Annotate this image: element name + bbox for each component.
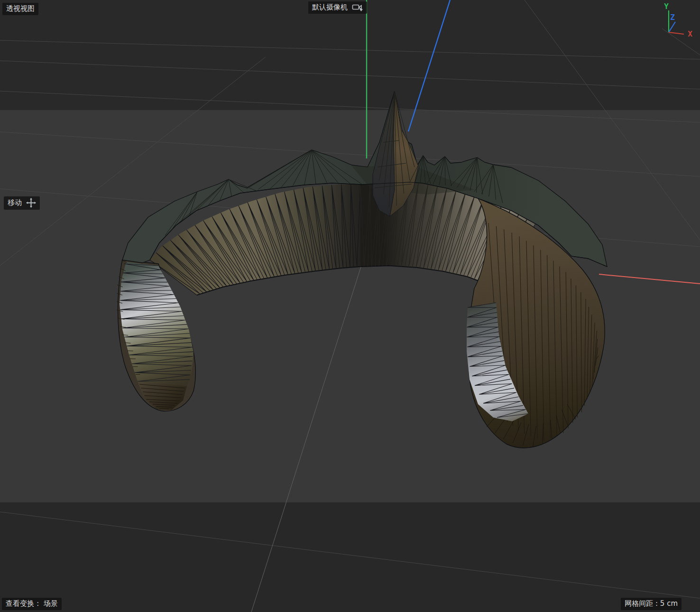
axis-gizmo[interactable]: Y Z X xyxy=(662,1,698,41)
viewport-3d[interactable]: 透视视图 默认摄像机 移动 xyxy=(0,0,700,612)
camera-label: 默认摄像机 xyxy=(312,3,348,12)
status-view-transform-label: 查看变换： 场景 xyxy=(6,599,58,608)
view-label-badge[interactable]: 透视视图 xyxy=(2,3,38,15)
status-grid-spacing-label: 网格间距 : 5 cm xyxy=(625,599,678,608)
camera-icon[interactable] xyxy=(352,3,363,12)
status-grid-spacing: 网格间距 : 5 cm xyxy=(621,598,682,610)
status-view-transform: 查看变换： 场景 xyxy=(2,598,62,610)
cuff-mesh-model[interactable] xyxy=(117,91,607,448)
tool-label-badge[interactable]: 移动 xyxy=(4,196,40,210)
gizmo-y-label: Y xyxy=(664,2,669,11)
view-label: 透视视图 xyxy=(6,4,35,13)
move-icon xyxy=(26,198,36,208)
gizmo-z-label: Z xyxy=(670,13,675,22)
gizmo-x-label: X xyxy=(688,29,692,38)
scene-canvas[interactable] xyxy=(0,0,700,612)
camera-label-badge[interactable]: 默认摄像机 xyxy=(308,1,367,14)
tool-label: 移动 xyxy=(8,198,22,207)
